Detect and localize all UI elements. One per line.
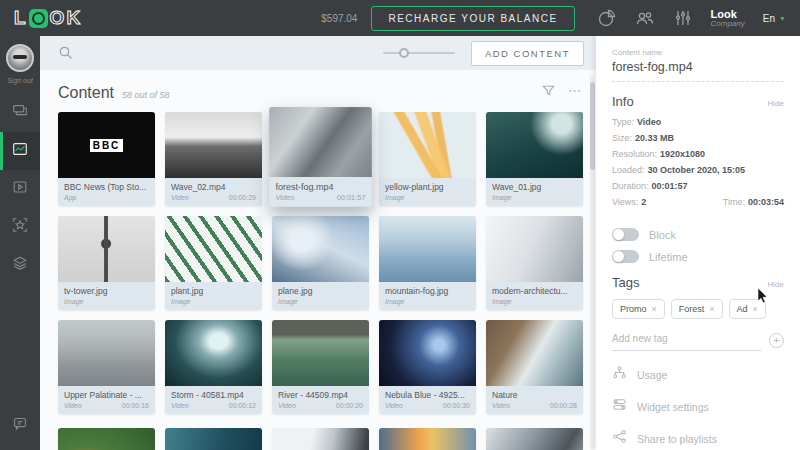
card-type: Image [385, 194, 404, 201]
tag-remove-icon[interactable]: × [652, 304, 657, 314]
content-card[interactable]: tv-tower.jpg Image [58, 216, 155, 310]
card-type: Image [278, 298, 297, 305]
content-card[interactable]: BBC BBC News (Top Sto... App [58, 112, 155, 206]
content-card[interactable]: Upper Palatinate - ... Video 00:00:16 [58, 320, 155, 414]
sidebar-item-layers[interactable] [0, 246, 40, 284]
card-thumbnail [379, 428, 476, 450]
widget-settings-action[interactable]: Widget settings [612, 397, 784, 416]
card-type: Video [385, 402, 403, 409]
content-card[interactable]: mountain-fog.jpg Image [379, 216, 476, 310]
recharge-balance-button[interactable]: RECHARGE YOUR BALANCE [371, 6, 574, 31]
content-media-icon [11, 140, 29, 162]
card-type: Video [171, 194, 189, 201]
card-title: Wave_02.mp4 [171, 182, 256, 192]
tag-pill[interactable]: Forest × [671, 299, 723, 319]
info-rows: Type:Video Size:20.33 MB Resolution:1920… [612, 117, 784, 211]
content-card[interactable]: yellow-plant.jpg Image [379, 112, 476, 206]
share-playlists-action[interactable]: Share to playlists [612, 429, 784, 448]
widget-settings-icon [612, 397, 627, 416]
card-meta: Storm - 40581.mp4 Video 00:00:12 [165, 386, 262, 414]
toggles: Block Lifetime [612, 219, 784, 263]
card-duration: 00:01:57 [337, 194, 366, 201]
content-name-label: Content name [612, 48, 784, 57]
language-selector[interactable]: En ▼ [763, 13, 786, 24]
card-meta: BBC News (Top Sto... App [58, 178, 155, 206]
more-options-icon[interactable]: ⋯ [568, 88, 582, 93]
card-type: Image [492, 298, 511, 305]
content-card[interactable]: Wave_01.jpg Image [486, 112, 583, 206]
search-icon[interactable] [58, 45, 74, 61]
sidebar-item-support[interactable] [0, 406, 40, 444]
card-type: Video [278, 402, 296, 409]
card-meta: River - 44509.mp4 Video 00:00:20 [272, 386, 369, 414]
info-hide-link[interactable]: Hide [768, 99, 784, 108]
card-title: Nature [492, 390, 577, 400]
content-name-field[interactable]: forest-fog.mp4 [612, 60, 784, 82]
logo-letter: L [14, 7, 27, 29]
content-card[interactable] [379, 428, 476, 450]
usage-action[interactable]: Usage [612, 365, 784, 384]
content-card[interactable] [272, 428, 369, 450]
card-thumbnail [58, 428, 155, 450]
content-card[interactable]: forest-fog.mp4 Video 00:01:57 [269, 107, 372, 207]
avatar[interactable] [6, 44, 34, 72]
content-card[interactable]: Storm - 40581.mp4 Video 00:00:12 [165, 320, 262, 414]
video-playlist-icon [11, 178, 29, 200]
card-thumbnail [486, 320, 583, 386]
card-thumbnail [58, 320, 155, 386]
content-card[interactable]: Wave_02.mp4 Video 00:00:29 [165, 112, 262, 206]
content-grid-partial [40, 424, 596, 450]
card-thumbnail [272, 216, 369, 282]
content-card[interactable] [165, 428, 262, 450]
toggle-switch-icon[interactable] [612, 250, 639, 263]
tag-pill[interactable]: Promo × [612, 299, 665, 319]
sidebar-item-screens[interactable] [0, 94, 40, 132]
tags-row: Promo × Forest × Ad × [612, 299, 784, 319]
tags-hide-link[interactable]: Hide [768, 280, 784, 289]
card-title: Wave_01.jpg [492, 182, 577, 192]
account-menu[interactable]: Look Company [711, 8, 745, 29]
content-card[interactable]: plane.jpg Image [272, 216, 369, 310]
settings-sliders-icon[interactable] [673, 8, 693, 28]
card-meta: Wave_01.jpg Image [486, 178, 583, 206]
content-card[interactable] [58, 428, 155, 450]
account-type: Company [711, 20, 745, 29]
add-tag-plus-icon[interactable]: + [769, 333, 784, 348]
sidebar-item-featured[interactable] [0, 208, 40, 246]
statistics-pie-icon[interactable] [597, 8, 617, 28]
lifetime-toggle[interactable]: Lifetime [612, 250, 784, 263]
slider-knob[interactable] [399, 48, 409, 58]
content-card[interactable] [486, 428, 583, 450]
sign-out-link[interactable]: Sign out [7, 77, 33, 84]
filter-icon[interactable] [541, 83, 556, 98]
card-overlay: BBC [90, 139, 124, 152]
add-tag-input[interactable] [612, 329, 761, 351]
toggle-switch-icon[interactable] [612, 228, 639, 241]
content-card[interactable]: River - 44509.mp4 Video 00:00:20 [272, 320, 369, 414]
content-card[interactable]: Nebula Blue - 4925... Video 00:00:30 [379, 320, 476, 414]
sidebar: Sign out [0, 36, 40, 450]
users-icon[interactable] [635, 8, 655, 28]
app-logo[interactable]: LOK [14, 7, 81, 29]
card-duration: 00:00:16 [122, 402, 149, 409]
card-meta: modern-architectu... Image [486, 282, 583, 310]
content-card[interactable]: plant.jpg Image [165, 216, 262, 310]
block-toggle[interactable]: Block [612, 228, 784, 241]
sidebar-item-playlists[interactable] [0, 170, 40, 208]
card-thumbnail [379, 320, 476, 386]
content-card[interactable]: modern-architectu... Image [486, 216, 583, 310]
card-thumbnail [486, 112, 583, 178]
add-content-button[interactable]: ADD CONTENT [471, 41, 584, 66]
tag-remove-icon[interactable]: × [709, 304, 714, 314]
card-meta: yellow-plant.jpg Image [379, 178, 476, 206]
thumbnail-size-slider[interactable] [383, 46, 455, 60]
scrollbar-thumb[interactable] [590, 82, 595, 170]
content-card[interactable]: Nature Video 00:00:28 [486, 320, 583, 414]
tag-remove-icon[interactable]: × [753, 304, 758, 314]
sidebar-item-content[interactable] [0, 132, 40, 170]
card-meta: tv-tower.jpg Image [58, 282, 155, 310]
card-duration: 00:00:30 [443, 402, 470, 409]
tag-pill[interactable]: Ad × [729, 299, 766, 319]
card-title: River - 44509.mp4 [278, 390, 363, 400]
topbar: LOK $597.04 RECHARGE YOUR BALANCE Look C… [0, 0, 800, 36]
